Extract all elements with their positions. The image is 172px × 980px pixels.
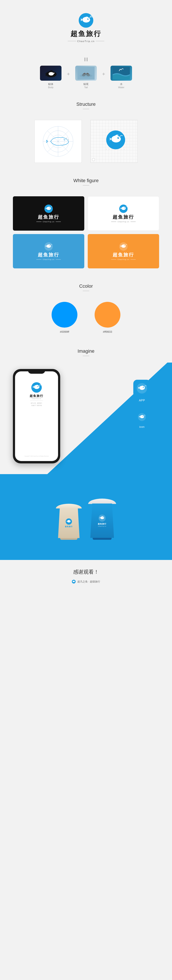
svg-point-18 [64, 139, 65, 140]
color-blue-hex: #0099ff [60, 330, 69, 333]
color-title: Ccolor [79, 283, 93, 289]
element-tail-image [75, 66, 97, 81]
svg-point-47 [124, 245, 125, 246]
structure-title: Structure [76, 102, 95, 107]
color-blue-item: #0099ff [51, 302, 77, 333]
element-body: 鲸体 Body [36, 66, 66, 89]
imagine-section: Imagine [0, 342, 172, 474]
svg-point-23 [111, 135, 121, 142]
color-orange-item: #ff9933 [95, 302, 121, 333]
element-tail-label-en: Tail [84, 86, 88, 89]
element-water-label-cn: 水 [120, 83, 122, 86]
svg-point-3 [88, 19, 88, 19]
cup-base-brand [93, 538, 112, 540]
color-blue-circle [51, 302, 77, 328]
elements-row: 鲸体 Body + 鲸尾 Tail + [36, 66, 136, 89]
brand-name-en: ChaoTrip.cn [77, 40, 95, 43]
tail-icon [77, 67, 95, 80]
element-water: 水 Water [106, 66, 136, 89]
element-tail-label-cn: 鲸尾 [84, 83, 88, 86]
wf-logo-orange-bg: 超鱼旅行 ChaoTrip.cn [111, 242, 136, 261]
fish-logo-icon [79, 13, 93, 28]
svg-point-51 [37, 386, 38, 387]
construction-diagram [37, 122, 80, 161]
cups-section: 超鱼旅行 超鱼旅行 [0, 474, 172, 560]
footer-section: 感谢观看！ 超凡之鱼 · 超级旅行 [0, 560, 172, 590]
wf-card-orange: 超鱼旅行 ChaoTrip.cn [88, 234, 159, 268]
svg-point-25 [118, 137, 119, 138]
svg-point-2 [87, 18, 88, 20]
imagine-title: Imagine [78, 348, 94, 354]
element-body-label-en: Body [48, 86, 53, 89]
svg-point-5 [48, 72, 54, 76]
imagine-underline [83, 356, 89, 356]
cup-body-natural: 超鱼旅行 [58, 508, 80, 538]
wf-card-blue: 超鱼旅行 ChaoTrip.cn [13, 234, 84, 268]
fish-icon-on-blue [44, 242, 53, 251]
svg-point-59 [67, 520, 71, 522]
svg-point-21 [66, 138, 67, 138]
app-fish-icon [137, 383, 147, 394]
cup-base-natural [60, 538, 77, 540]
svg-point-8 [80, 74, 92, 78]
color-orange-hex: #ff9933 [103, 330, 112, 333]
icon-small-box [135, 410, 148, 423]
fish-icon-white [44, 204, 53, 213]
svg-point-43 [49, 245, 50, 246]
svg-point-63 [103, 517, 103, 518]
wf-logo-white: 超鱼旅行 ChaoTrip.cn [111, 204, 136, 223]
white-figure-grid: 超鱼旅行 ChaoTrip.cn [13, 196, 159, 268]
element-water-image [111, 66, 132, 81]
brand-name-cn: 超鱼旅行 [71, 29, 101, 39]
svg-point-60 [69, 521, 70, 521]
structure-diagrams [34, 120, 138, 163]
svg-point-44 [50, 245, 50, 246]
phone-screen: 超鱼旅行 ChaoTrip.cn 超凡之鱼 · 超级旅行行遍天下 美景尽收 Co… [15, 371, 58, 461]
cup-brand-logo-icon [98, 514, 106, 522]
main-logo: 超鱼旅行 ChaoTrip.cn [68, 13, 104, 43]
svg-point-39 [124, 207, 125, 208]
grid-logo [97, 125, 131, 158]
structure-underline [83, 109, 89, 109]
app-icons-area: APP icon [133, 380, 151, 428]
scale-indicator [92, 158, 95, 161]
footer-logo: 超凡之鱼 · 超级旅行 [72, 580, 100, 584]
element-water-label-en: Water [118, 86, 124, 89]
icon-item: icon [135, 410, 148, 428]
icon-fish-icon [138, 413, 146, 421]
plus-2: + [102, 71, 105, 77]
svg-point-48 [124, 245, 125, 246]
svg-point-54 [143, 387, 144, 388]
element-tail: 鲸尾 Tail [71, 66, 101, 89]
structure-construction [34, 120, 82, 163]
element-body-image [40, 66, 61, 81]
white-figure-underline [83, 185, 89, 186]
cup-natural: 超鱼旅行 [56, 504, 82, 540]
svg-point-46 [121, 244, 126, 248]
fish-icon-blue [119, 204, 128, 213]
imagine-content: 超鱼旅行 ChaoTrip.cn 超凡之鱼 · 超级旅行行遍天下 美景尽收 Co… [0, 363, 172, 474]
svg-point-10 [120, 69, 121, 70]
wf-logo-black: 超鱼旅行 ChaoTrip.cn [36, 204, 61, 223]
logo-divider: ChaoTrip.cn [68, 40, 104, 43]
fish-icon-on-orange [119, 242, 128, 251]
white-figure-section: White figure 超鱼旅行 ChaoTrip.cn [0, 172, 172, 277]
icon-label: icon [139, 425, 145, 428]
structure-grid [90, 120, 138, 163]
svg-point-19 [58, 141, 58, 142]
cups-row: 超鱼旅行 超鱼旅行 [56, 499, 116, 540]
element-body-label-cn: 鲸体 [48, 83, 53, 86]
svg-rect-7 [77, 67, 95, 80]
svg-point-57 [143, 416, 143, 417]
svg-point-20 [68, 139, 69, 140]
svg-point-1 [82, 17, 90, 22]
water-icon [113, 67, 130, 80]
wf-card-white: 超鱼旅行 ChaoTrip.cn [88, 196, 159, 231]
footer-thanks: 感谢观看！ [73, 568, 99, 575]
color-orange-circle [95, 302, 121, 328]
phone-notch [28, 369, 45, 374]
structure-section: Structure [0, 95, 172, 172]
phone-outer: 超鱼旅行 ChaoTrip.cn 超凡之鱼 · 超级旅行行遍天下 美景尽收 Co… [13, 369, 60, 463]
header-section: 超鱼旅行 ChaoTrip.cn [0, 0, 172, 51]
footer-fish-icon [72, 580, 76, 584]
